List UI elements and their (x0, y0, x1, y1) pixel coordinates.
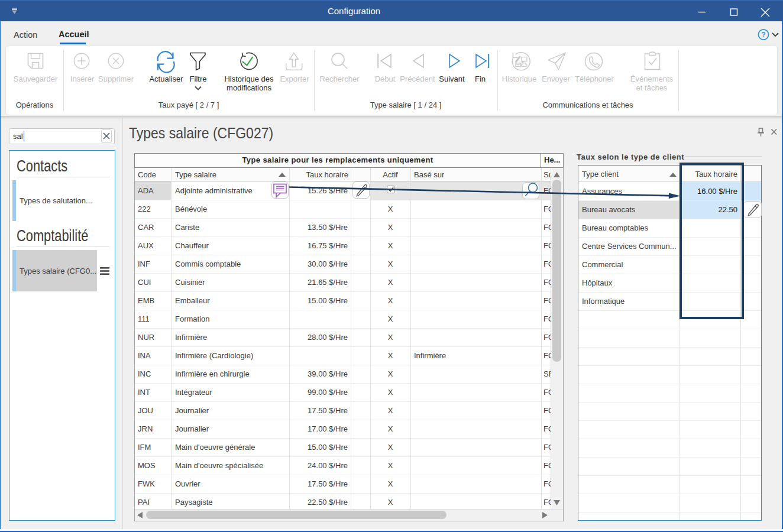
svg-text:?: ? (761, 31, 765, 39)
